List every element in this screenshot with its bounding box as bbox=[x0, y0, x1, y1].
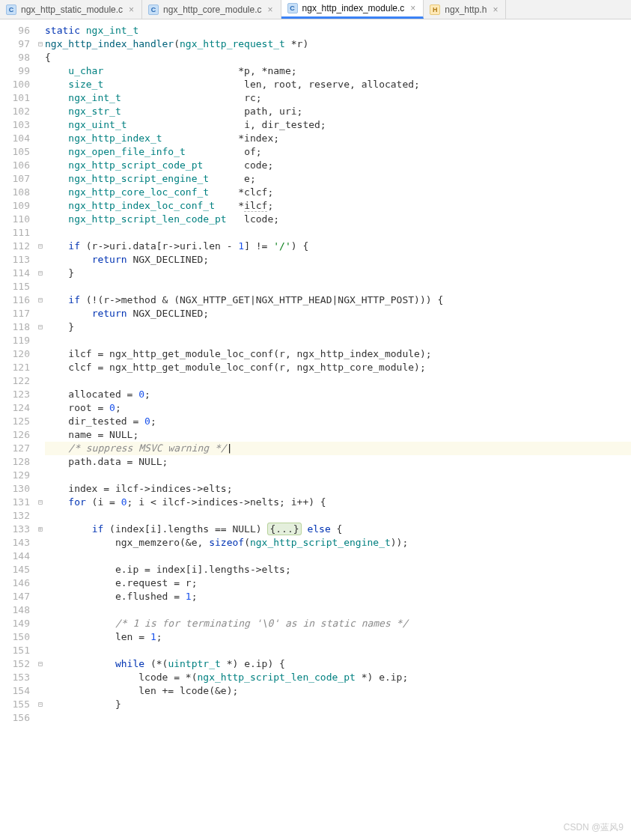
code-line[interactable]: clcf = ngx_http_get_module_loc_conf(r, n… bbox=[45, 361, 631, 374]
code-line[interactable]: ngx_http_index_handler(ngx_http_request_… bbox=[45, 37, 631, 51]
code-line[interactable] bbox=[45, 280, 631, 293]
watermark: CSDN @蓝风9 bbox=[564, 821, 624, 834]
code-line[interactable]: e.request = r; bbox=[45, 576, 631, 590]
code-line[interactable]: ngx_str_t path, uri; bbox=[45, 105, 631, 118]
line-gutter: 9697989910010110210310410510610710810911… bbox=[0, 19, 36, 840]
code-line[interactable]: { bbox=[45, 51, 631, 64]
code-line[interactable]: lcode = *(ngx_http_script_len_code_pt *)… bbox=[45, 671, 631, 684]
code-line[interactable] bbox=[45, 334, 631, 347]
tab-label: ngx_http.h bbox=[445, 4, 487, 15]
code-line[interactable]: /* suppress MSVC warning */ bbox=[45, 442, 631, 455]
code-line[interactable]: path.data = NULL; bbox=[45, 455, 631, 469]
h-file-icon: H bbox=[430, 4, 440, 15]
code-line[interactable] bbox=[45, 469, 631, 482]
code-line[interactable]: ngx_http_core_loc_conf_t *clcf; bbox=[45, 186, 631, 199]
code-line[interactable]: index = ilcf->indices->elts; bbox=[45, 482, 631, 496]
code-line[interactable]: } bbox=[45, 698, 631, 711]
code-line[interactable] bbox=[45, 644, 631, 657]
code-line[interactable]: if (!(r->method & (NGX_HTTP_GET|NGX_HTTP… bbox=[45, 293, 631, 307]
code-line[interactable]: if (index[i].lengths == NULL) {...} else… bbox=[45, 523, 631, 536]
tab-ngx_http_static_module-c[interactable]: Cngx_http_static_module.c× bbox=[0, 0, 142, 19]
code-line[interactable] bbox=[45, 226, 631, 240]
code-line[interactable]: name = NULL; bbox=[45, 428, 631, 442]
code-line[interactable]: ngx_http_index_t *index; bbox=[45, 132, 631, 145]
editor-tabs: Cngx_http_static_module.c×Cngx_http_core… bbox=[0, 0, 631, 19]
code-line[interactable]: allocated = 0; bbox=[45, 388, 631, 401]
tab-ngx_http-h[interactable]: Hngx_http.h× bbox=[424, 0, 506, 19]
close-icon[interactable]: × bbox=[409, 3, 417, 13]
code-line[interactable]: ngx_http_index_loc_conf_t *ilcf; bbox=[45, 199, 631, 213]
code-line[interactable]: ngx_memzero(&e, sizeof(ngx_http_script_e… bbox=[45, 536, 631, 550]
code-line[interactable]: return NGX_DECLINED; bbox=[45, 307, 631, 320]
code-line[interactable]: /* 1 is for terminating '\0' as in stati… bbox=[45, 617, 631, 630]
tab-label: ngx_http_index_module.c bbox=[302, 3, 405, 13]
code-line[interactable]: size_t len, root, reserve, allocated; bbox=[45, 78, 631, 91]
code-line[interactable]: for (i = 0; i < ilcf->indices->nelts; i+… bbox=[45, 496, 631, 509]
close-icon[interactable]: × bbox=[127, 4, 135, 15]
code-line[interactable] bbox=[45, 509, 631, 523]
code-line[interactable]: if (r->uri.data[r->uri.len - 1] != '/') … bbox=[45, 240, 631, 253]
code-line[interactable]: e.flushed = 1; bbox=[45, 590, 631, 603]
code-line[interactable] bbox=[45, 550, 631, 563]
c-file-icon: C bbox=[148, 4, 159, 15]
code-line[interactable]: return NGX_DECLINED; bbox=[45, 253, 631, 267]
code-line[interactable]: ngx_http_script_len_code_pt lcode; bbox=[45, 213, 631, 226]
code-line[interactable] bbox=[45, 374, 631, 388]
code-line[interactable]: ngx_http_script_code_pt code; bbox=[45, 159, 631, 172]
tab-label: ngx_http_core_module.c bbox=[163, 4, 261, 15]
code-line[interactable]: ngx_open_file_info_t of; bbox=[45, 145, 631, 159]
code-line[interactable]: ngx_uint_t i, dir_tested; bbox=[45, 118, 631, 132]
code-line[interactable]: e.ip = index[i].lengths->elts; bbox=[45, 563, 631, 576]
c-file-icon: C bbox=[6, 4, 16, 15]
code-editor: 9697989910010110210310410510610710810911… bbox=[0, 19, 631, 840]
tab-ngx_http_core_module-c[interactable]: Cngx_http_core_module.c× bbox=[142, 0, 281, 19]
c-file-icon: C bbox=[287, 3, 298, 13]
tab-label: ngx_http_static_module.c bbox=[21, 4, 123, 15]
code-line[interactable]: len = 1; bbox=[45, 630, 631, 644]
code-line[interactable] bbox=[45, 711, 631, 725]
code-line[interactable]: len += lcode(&e); bbox=[45, 684, 631, 698]
code-line[interactable] bbox=[45, 603, 631, 617]
code-line[interactable]: static ngx_int_t bbox=[45, 24, 631, 37]
code-line[interactable]: dir_tested = 0; bbox=[45, 415, 631, 428]
code-line[interactable]: ngx_http_script_engine_t e; bbox=[45, 172, 631, 186]
code-line[interactable]: } bbox=[45, 267, 631, 280]
close-icon[interactable]: × bbox=[266, 4, 275, 15]
code-line[interactable]: ngx_int_t rc; bbox=[45, 91, 631, 105]
close-icon[interactable]: × bbox=[491, 4, 499, 15]
code-line[interactable]: } bbox=[45, 320, 631, 334]
fold-gutter: ⊟⊟⊟⊟⊟⊟⊞⊟⊟ bbox=[36, 19, 45, 840]
code-line[interactable]: ilcf = ngx_http_get_module_loc_conf(r, n… bbox=[45, 347, 631, 361]
code-line[interactable]: u_char *p, *name; bbox=[45, 64, 631, 78]
code-line[interactable]: root = 0; bbox=[45, 401, 631, 415]
code-line[interactable]: while (*(uintptr_t *) e.ip) { bbox=[45, 657, 631, 671]
tab-ngx_http_index_module-c[interactable]: Cngx_http_index_module.c× bbox=[281, 0, 424, 19]
code-area[interactable]: static ngx_int_tngx_http_index_handler(n… bbox=[45, 19, 631, 840]
